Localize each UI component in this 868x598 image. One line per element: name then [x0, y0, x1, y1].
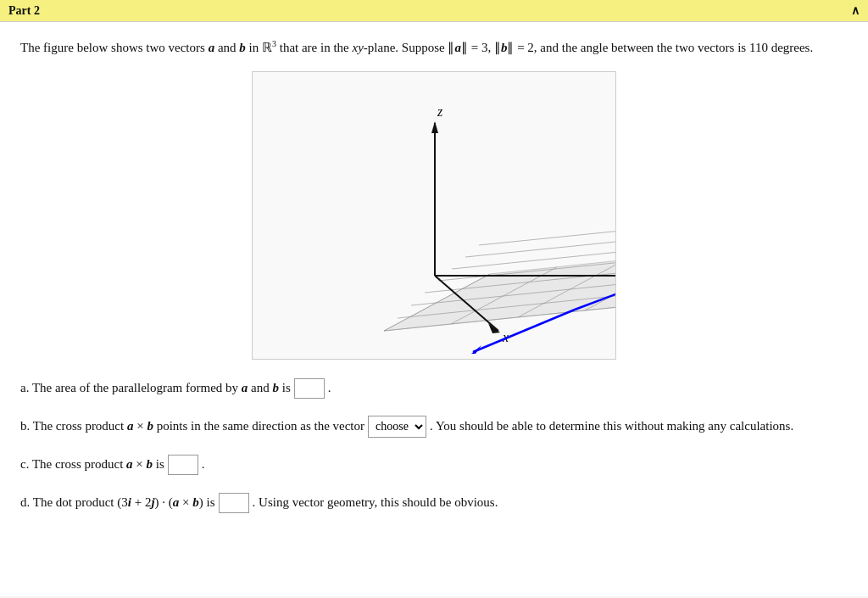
part-d-input[interactable]	[219, 493, 249, 513]
part-d-trailing: . Using vector geometry, this should be …	[253, 491, 498, 514]
figure-svg: z x y	[253, 72, 616, 360]
svg-text:z: z	[437, 104, 443, 119]
svg-marker-19	[488, 323, 500, 333]
part-d: d. The dot product (3i + 2j) · (a × b) i…	[20, 491, 848, 514]
figure-container: z x y	[20, 71, 848, 360]
part-c: c. The cross product a × b is .	[20, 453, 848, 476]
part-a: a. The area of the parallelogram formed …	[20, 377, 848, 400]
title-label: Part 2	[8, 4, 40, 18]
content-area: The figure below shows two vectors a and…	[0, 22, 868, 596]
part-d-label: d. The dot product (3i + 2j) · (a × b) i…	[20, 491, 215, 514]
part-a-input[interactable]	[294, 378, 325, 399]
part-b-trailing: . You should be able to determine this w…	[430, 415, 793, 438]
part-a-label: a. The area of the parallelogram formed …	[20, 377, 291, 400]
part-c-input[interactable]	[168, 455, 198, 475]
problem-statement: The figure below shows two vectors a and…	[20, 37, 848, 58]
vector-figure: z x y	[252, 71, 616, 360]
chevron-icon[interactable]: ∧	[851, 3, 860, 18]
svg-line-13	[465, 223, 616, 257]
svg-text:a: a	[466, 358, 473, 360]
title-bar: Part 2 ∧	[0, 0, 868, 22]
part-c-trailing: .	[202, 453, 205, 476]
part-a-trailing: .	[328, 377, 331, 400]
part-b: b. The cross product a × b points in the…	[20, 415, 848, 438]
svg-marker-16	[431, 121, 438, 133]
part-c-label: c. The cross product a × b is	[20, 453, 164, 476]
svg-line-14	[479, 211, 616, 245]
part-b-dropdown[interactable]: choose i j k -i -j -k	[368, 416, 426, 438]
part-b-label: b. The cross product a × b points in the…	[20, 415, 364, 438]
